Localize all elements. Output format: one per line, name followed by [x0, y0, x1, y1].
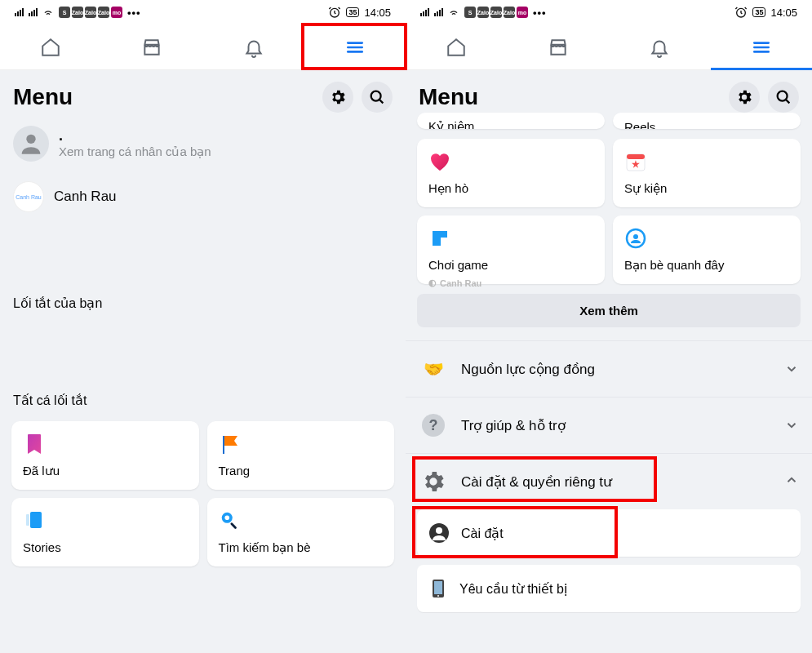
status-bar: S Zalo Zalo Zalo mo ••• 35 14:05	[0, 0, 406, 24]
signal-icon	[434, 8, 443, 16]
app-icon: Zalo	[72, 7, 83, 18]
app-icon: Zalo	[477, 7, 489, 18]
phone-right: S Zalo Zalo Zalo mo ••• 35 14:05 Menu	[406, 0, 812, 653]
card-label: Tìm kiếm bạn bè	[219, 540, 384, 555]
phone-icon	[428, 578, 448, 599]
card-nearby-friends[interactable]: Bạn bè quanh đây	[613, 215, 801, 284]
card-label: Bạn bè quanh đây	[624, 258, 789, 273]
nav-menu[interactable]	[711, 24, 813, 69]
expand-community[interactable]: 🤝 Nguồn lực cộng đồng	[406, 340, 812, 397]
card-memories[interactable]: Kỷ niệm	[417, 113, 605, 129]
svg-rect-29	[434, 581, 442, 594]
settings-button[interactable]	[729, 82, 760, 113]
svg-line-18	[786, 100, 789, 103]
svg-line-5	[379, 100, 383, 103]
sub-label: Yêu cầu từ thiết bị	[459, 581, 567, 597]
expand-help[interactable]: ? Trợ giúp & hỗ trợ	[406, 397, 812, 453]
top-nav	[406, 24, 812, 70]
nav-menu[interactable]	[304, 24, 406, 69]
page-shortcut[interactable]: Canh Rau Canh Rau	[0, 171, 406, 222]
expand-settings-privacy[interactable]: Cài đặt & quyền riêng tư	[406, 453, 812, 509]
card-dating[interactable]: Hẹn hò	[417, 139, 605, 207]
battery-icon: 35	[752, 7, 765, 17]
card-label: Đã lưu	[23, 464, 188, 478]
phone-left: S Zalo Zalo Zalo mo ••• 35 14:05 Menu	[0, 0, 406, 653]
card-pages[interactable]: Trang	[207, 421, 395, 490]
svg-rect-8	[30, 512, 42, 528]
avatar-icon	[13, 126, 49, 162]
status-bar: S Zalo Zalo Zalo mo ••• 35 14:05	[406, 0, 812, 24]
partial-card-row: Kỷ niệm Reels	[406, 113, 812, 129]
nav-notifications[interactable]	[203, 24, 304, 69]
alarm-icon	[734, 6, 748, 19]
signal-icon	[15, 8, 24, 16]
alarm-icon	[328, 6, 341, 19]
card-reels[interactable]: Reels	[613, 113, 801, 129]
nav-marketplace[interactable]	[508, 24, 610, 69]
card-label: Chơi game	[428, 258, 593, 273]
expand-label: Nguồn lực cộng đồng	[461, 361, 771, 378]
card-gaming[interactable]: Chơi game	[417, 215, 605, 284]
gear-icon	[419, 467, 448, 496]
gaming-icon	[428, 227, 451, 250]
clock-text: 14:05	[364, 7, 391, 19]
card-saved[interactable]: Đã lưu	[11, 421, 199, 490]
settings-button[interactable]	[322, 82, 353, 113]
svg-point-17	[778, 91, 788, 101]
app-icon: Zalo	[98, 7, 109, 18]
card-events[interactable]: ★ Sự kiện	[613, 139, 801, 207]
find-friends-icon	[219, 509, 242, 532]
app-icon: S	[464, 7, 476, 18]
svg-point-27	[436, 527, 442, 534]
sub-settings[interactable]: Cài đặt	[417, 509, 801, 557]
nav-marketplace[interactable]	[101, 24, 202, 69]
see-more-button[interactable]: ◐ Canh Rau Xem thêm	[417, 294, 801, 327]
flag-icon	[219, 433, 242, 455]
see-more-label: Xem thêm	[579, 304, 638, 318]
profile-row[interactable]: . Xem trang cá nhân của bạn	[0, 121, 406, 171]
svg-point-11	[224, 515, 229, 520]
chevron-up-icon	[784, 473, 799, 487]
app-icon: mo	[111, 7, 122, 18]
search-button[interactable]	[768, 82, 799, 113]
expand-label: Trợ giúp & hỗ trợ	[461, 417, 771, 434]
app-icon: Zalo	[490, 7, 502, 18]
page-title: Menu	[13, 84, 73, 110]
sub-label: Cài đặt	[461, 526, 504, 541]
calendar-icon: ★	[624, 150, 647, 173]
nav-notifications[interactable]	[609, 24, 711, 69]
profile-name: .	[59, 128, 211, 143]
all-shortcuts-label: Tất cá lối tắt	[0, 393, 406, 408]
menu-body: Menu Kỷ niệm Reels Hẹn hò ★ Sự kiện Chơi…	[406, 70, 812, 653]
handshake-icon: 🤝	[419, 354, 448, 384]
wifi-icon	[448, 7, 459, 18]
shortcut-grid: Hẹn hò ★ Sự kiện Chơi game Bạn bè quanh …	[406, 139, 812, 284]
expand-label: Cài đặt & quyền riêng tư	[461, 473, 722, 491]
card-stories[interactable]: Stories	[11, 498, 199, 566]
svg-point-23	[633, 234, 638, 239]
svg-text:★: ★	[632, 159, 640, 169]
stories-icon	[23, 509, 46, 532]
nav-home[interactable]	[406, 24, 508, 69]
search-button[interactable]	[362, 82, 393, 113]
card-label: Kỷ niệm	[428, 119, 474, 129]
svg-rect-12	[229, 522, 237, 530]
card-label: Trang	[219, 464, 384, 478]
more-icon: •••	[533, 7, 547, 19]
svg-point-30	[437, 595, 439, 597]
shortcuts-label: Lối tắt của bạn	[0, 295, 406, 311]
svg-rect-7	[223, 436, 224, 454]
watermark: ◐ Canh Rau	[428, 278, 481, 288]
person-icon	[428, 522, 450, 544]
sub-device-requests[interactable]: Yêu cầu từ thiết bị	[417, 565, 801, 612]
card-label: Hẹn hò	[428, 181, 593, 196]
svg-text:?: ?	[429, 417, 438, 433]
svg-rect-9	[26, 514, 29, 526]
battery-icon: 35	[346, 7, 359, 17]
card-label: Sự kiện	[624, 181, 789, 196]
nav-home[interactable]	[0, 24, 101, 69]
app-icon: Zalo	[85, 7, 96, 18]
heart-icon	[428, 150, 451, 173]
card-label: Stories	[23, 540, 188, 554]
card-find-friends[interactable]: Tìm kiếm bạn bè	[207, 498, 395, 566]
